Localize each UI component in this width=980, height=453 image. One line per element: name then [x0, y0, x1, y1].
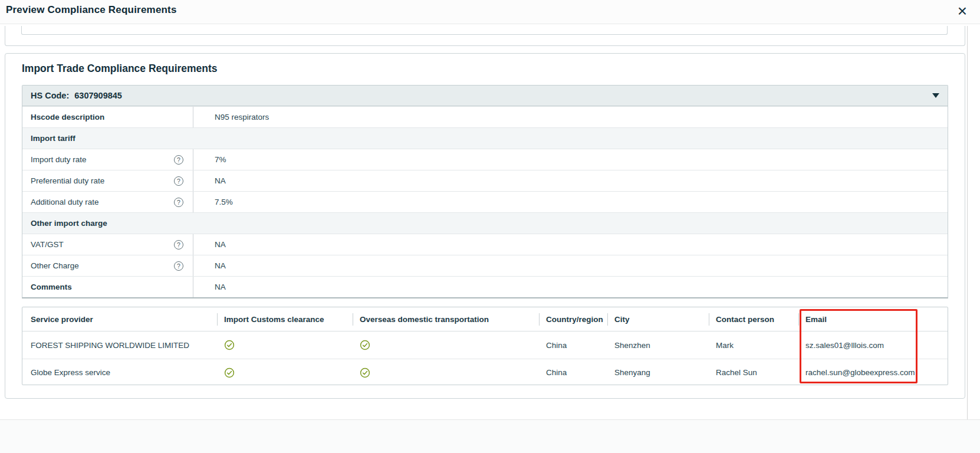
row-value: N95 respirators [215, 113, 269, 122]
section-label: Import tariff [31, 134, 75, 143]
import-compliance-card: Import Trade Compliance Requirements HS … [5, 53, 965, 399]
check-circle-icon [224, 340, 235, 350]
provider-email: sz.sales01@lllois.com [798, 331, 948, 359]
help-icon[interactable]: ? [174, 240, 183, 250]
check-circle-icon [360, 340, 370, 350]
service-provider-table: Service provider Import Customs clearanc… [22, 307, 948, 385]
modal-footer: PDF Download PDF Print Cancel [0, 419, 980, 453]
table-row: Import duty rate ? 7% [22, 149, 948, 170]
close-icon[interactable]: × [953, 1, 972, 22]
provider-name: Globe Express service [22, 359, 217, 386]
section-row: Other import charge [22, 212, 948, 234]
row-value: NA [215, 176, 226, 185]
provider-contact: Mark [709, 331, 798, 359]
chevron-down-icon[interactable] [932, 93, 939, 98]
column-header-city: City [607, 307, 709, 331]
section-row: Import tariff [22, 127, 948, 149]
table-row: Preferential duty rate ? NA [22, 170, 948, 191]
table-row: Globe Express service China Shenyang Rac… [22, 359, 948, 386]
table-row: FOREST SHIPPING WORLDWIDE LIMITED China … [22, 331, 948, 359]
modal-header: Preview Compliance Requirements × [0, 0, 980, 24]
provider-name: FOREST SHIPPING WORLDWIDE LIMITED [22, 331, 217, 359]
section-label: Other import charge [31, 219, 107, 228]
row-value: NA [215, 283, 226, 291]
row-value: NA [215, 261, 226, 270]
check-circle-icon [224, 367, 235, 378]
hs-code-value: 6307909845 [74, 91, 122, 100]
scrollbar-track[interactable] [967, 26, 980, 419]
row-label: Hscode description [31, 113, 104, 122]
help-icon[interactable]: ? [174, 198, 183, 207]
row-value: 7% [215, 155, 226, 164]
help-icon[interactable]: ? [174, 261, 183, 271]
provider-country: China [539, 359, 607, 386]
provider-city: Shenzhen [607, 331, 709, 359]
previous-table-partial [21, 26, 948, 35]
column-header-service-provider: Service provider [22, 307, 217, 331]
previous-card-partial [5, 26, 965, 46]
preview-compliance-modal: Preview Compliance Requirements × Import… [0, 0, 980, 453]
provider-city: Shenyang [607, 359, 709, 386]
help-icon[interactable]: ? [174, 176, 183, 186]
column-header-overseas-domestic-transportation: Overseas domestic transportation [353, 307, 539, 331]
column-header-country-region: Country/region [539, 307, 607, 331]
check-circle-icon [360, 367, 370, 378]
help-icon[interactable]: ? [174, 155, 183, 165]
row-label: Comments [31, 283, 72, 291]
row-label: Import duty rate [31, 155, 87, 164]
table-row: Comments NA [22, 276, 948, 297]
provider-contact: Rachel Sun [709, 359, 798, 386]
column-header-email: Email [798, 307, 948, 331]
hs-code-header[interactable]: HS Code: 6307909845 [22, 86, 948, 106]
row-value: NA [215, 240, 226, 249]
table-row: Hscode description N95 respirators [22, 106, 948, 127]
hs-code-label: HS Code: [31, 91, 69, 100]
row-label: Additional duty rate [31, 198, 99, 206]
modal-title: Preview Compliance Requirements [6, 4, 177, 16]
table-row: VAT/GST ? NA [22, 234, 948, 255]
row-value: 7.5% [215, 198, 233, 206]
provider-table-header: Service provider Import Customs clearanc… [22, 307, 948, 331]
row-label: VAT/GST [31, 240, 64, 249]
hs-code-panel: HS Code: 6307909845 Hscode description N… [22, 85, 948, 298]
table-row: Other Charge ? NA [22, 255, 948, 276]
column-header-import-customs-clearance: Import Customs clearance [217, 307, 353, 331]
provider-email: rachel.sun@globeexpress.com [798, 359, 948, 386]
row-label: Other Charge [31, 261, 79, 270]
provider-country: China [539, 331, 607, 359]
page-title: Import Trade Compliance Requirements [22, 63, 218, 75]
row-label: Preferential duty rate [31, 176, 104, 185]
table-row: Additional duty rate ? 7.5% [22, 191, 948, 212]
column-header-contact-person: Contact person [709, 307, 798, 331]
